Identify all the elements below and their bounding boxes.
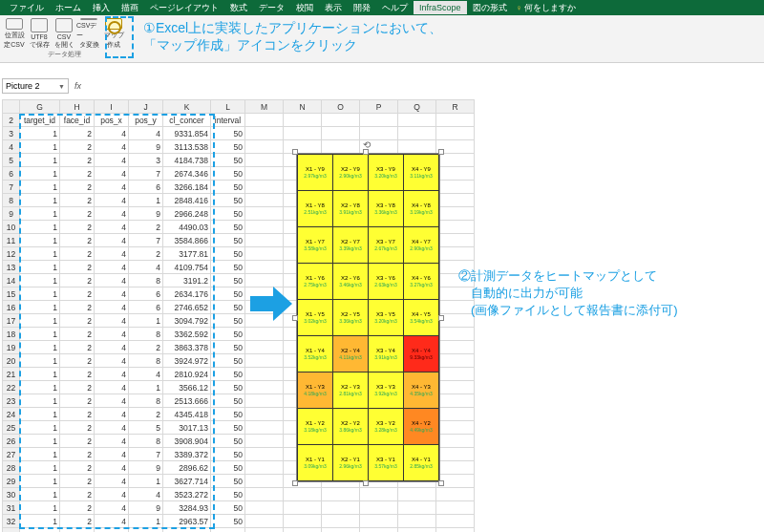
col-header[interactable]: R (436, 100, 475, 114)
cell[interactable]: 50 (211, 394, 245, 408)
cell[interactable]: 2 (60, 207, 95, 221)
cell[interactable]: 50 (211, 261, 245, 274)
cell[interactable]: 1 (20, 341, 60, 354)
cell[interactable]: 1 (20, 435, 60, 448)
cell[interactable] (436, 381, 475, 394)
cell[interactable]: 1 (20, 287, 60, 301)
col-header[interactable]: M (245, 100, 284, 114)
btn-map-create[interactable]: マップ作成 (101, 17, 126, 50)
cell[interactable] (436, 207, 475, 221)
cell[interactable] (245, 221, 284, 234)
tab-ファイル[interactable]: ファイル (4, 0, 50, 16)
cell[interactable]: 1 (20, 368, 60, 381)
tab-挿入[interactable]: 挿入 (87, 0, 116, 16)
cell[interactable]: 50 (211, 448, 245, 461)
row-header[interactable]: 19 (3, 341, 20, 354)
cell[interactable] (436, 461, 475, 475)
btn-pos-csv[interactable]: 位置設定CSV (2, 17, 27, 50)
cell[interactable]: 1 (20, 154, 60, 167)
cell[interactable] (245, 354, 284, 368)
tab-開発[interactable]: 開発 (348, 0, 376, 16)
cell[interactable]: 1 (20, 488, 60, 501)
cell[interactable]: 2 (60, 421, 95, 435)
btn-utf8-save[interactable]: UTF8で保存 (27, 17, 52, 50)
cell[interactable]: 3908.904 (163, 435, 211, 448)
cell[interactable]: 4 (95, 421, 129, 435)
cell[interactable]: 3863.378 (163, 341, 211, 354)
cell[interactable]: 3523.272 (163, 488, 211, 501)
cell[interactable] (360, 528, 398, 533)
cell[interactable]: 50 (211, 194, 245, 207)
cell[interactable]: 4 (95, 328, 129, 341)
cell[interactable] (245, 435, 284, 448)
cell[interactable]: 4 (95, 341, 129, 354)
cell[interactable] (322, 528, 360, 533)
cell[interactable]: 1 (20, 234, 60, 247)
cell[interactable] (245, 515, 284, 528)
row-header[interactable]: 3 (3, 127, 20, 140)
row-header[interactable]: 31 (3, 501, 20, 515)
col-header[interactable]: P (360, 100, 398, 114)
tab-InfraScope[interactable]: InfraScope (414, 1, 467, 14)
btn-csv-convert[interactable]: CSVデータ変換 (76, 17, 101, 50)
cell[interactable] (245, 127, 284, 140)
tab-ホーム[interactable]: ホーム (50, 0, 87, 16)
cell[interactable]: 50 (211, 408, 245, 421)
name-box[interactable]: Picture 2▼ (2, 78, 69, 94)
cell[interactable]: pos_y (129, 114, 163, 127)
row-header[interactable]: 15 (3, 287, 20, 301)
heatmap-picture[interactable]: ⟲ X1 - Y92.97kg/m3X2 - Y92.90kg/m3X3 - Y… (296, 153, 440, 482)
row-header[interactable]: 24 (3, 408, 20, 421)
cell[interactable]: 2746.652 (163, 301, 211, 314)
row-header[interactable]: 18 (3, 328, 20, 341)
cell[interactable] (436, 408, 475, 421)
cell[interactable]: 3924.972 (163, 354, 211, 368)
cell[interactable] (245, 461, 284, 475)
cell[interactable]: 3094.792 (163, 314, 211, 328)
cell[interactable]: 8 (129, 394, 163, 408)
cell[interactable]: 9331.854 (163, 127, 211, 140)
cell[interactable]: 8 (129, 328, 163, 341)
cell[interactable]: 4 (95, 154, 129, 167)
cell[interactable]: 7 (129, 234, 163, 247)
cell[interactable]: 8 (129, 354, 163, 368)
cell[interactable] (245, 528, 284, 533)
cell[interactable] (245, 114, 284, 127)
cell[interactable]: 50 (211, 461, 245, 475)
row-header[interactable]: 12 (3, 247, 20, 261)
cell[interactable]: 1 (20, 301, 60, 314)
cell[interactable] (245, 488, 284, 501)
cell[interactable]: 4 (129, 127, 163, 140)
cell[interactable]: 2 (60, 354, 95, 368)
cell[interactable] (360, 488, 398, 501)
cell[interactable] (245, 261, 284, 274)
cell[interactable] (436, 341, 475, 354)
cell[interactable]: 4 (95, 408, 129, 421)
cell[interactable]: 2848.416 (163, 194, 211, 207)
col-header[interactable] (3, 100, 20, 114)
cell[interactable] (436, 448, 475, 461)
cell[interactable]: 50 (211, 368, 245, 381)
cell[interactable]: 2 (60, 140, 95, 154)
row-header[interactable]: 16 (3, 301, 20, 314)
cell[interactable] (245, 194, 284, 207)
cell[interactable]: 2896.62 (163, 461, 211, 475)
cell[interactable]: 50 (211, 127, 245, 140)
cell[interactable]: 50 (211, 314, 245, 328)
cell[interactable]: 1 (20, 140, 60, 154)
cell[interactable]: 3627.714 (163, 475, 211, 488)
row-header[interactable]: 17 (3, 314, 20, 328)
cell[interactable]: 4 (95, 167, 129, 181)
cell[interactable] (398, 140, 436, 154)
cell[interactable] (436, 435, 475, 448)
cell[interactable] (245, 328, 284, 341)
cell[interactable]: 4 (129, 488, 163, 501)
row-header[interactable]: 29 (3, 475, 20, 488)
selection-handle[interactable] (363, 149, 369, 155)
cell[interactable]: 3389.372 (163, 448, 211, 461)
cell[interactable]: 1 (20, 408, 60, 421)
cell[interactable]: 3113.538 (163, 140, 211, 154)
cell[interactable]: 50 (211, 328, 245, 341)
cell[interactable]: 2 (129, 341, 163, 354)
cell[interactable]: 50 (211, 515, 245, 528)
